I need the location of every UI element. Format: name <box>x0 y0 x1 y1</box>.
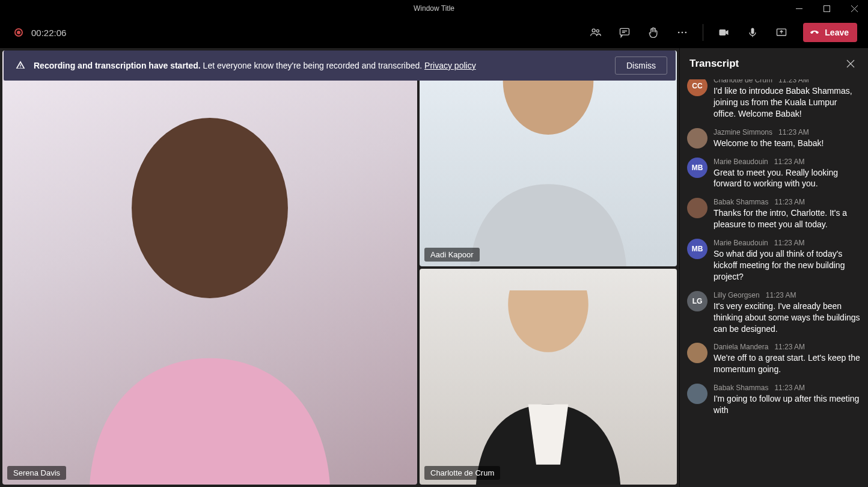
speaker-name: Babak Shammas <box>714 384 768 392</box>
transcript-text: Thanks for the intro, Charlotte. It's a … <box>714 207 861 230</box>
transcript-text: Great to meet you. Really looking forwar… <box>714 167 861 190</box>
transcript-text: It's very exciting. I've already been th… <box>714 301 861 335</box>
svg-point-12 <box>508 290 588 352</box>
window-title: Window Title <box>414 4 454 13</box>
avatar <box>687 384 708 404</box>
video-stage: Recording and transcription have started… <box>0 48 679 487</box>
svg-point-2 <box>597 29 599 32</box>
transcript-text: Welcome to the team, Babak! <box>714 138 861 149</box>
timestamp: 11:23 AM <box>774 239 805 247</box>
people-button[interactable] <box>582 19 609 46</box>
transcript-text: I'm going to follow up after this meetin… <box>714 393 861 416</box>
transcript-entry: MBMarie Beaudouin11:23 AMSo what did you… <box>687 239 861 283</box>
person-placeholder-icon <box>65 94 355 485</box>
transcript-entry: CCCharlotte de Crum11:23 AMI'd like to i… <box>687 79 861 120</box>
leave-label: Leave <box>825 28 849 37</box>
toolbar-divider <box>703 24 703 41</box>
recording-indicator: 00:22:06 <box>14 28 66 38</box>
speaker-name: Jazmine Simmons <box>714 128 772 136</box>
transcript-header: Transcript <box>680 48 868 79</box>
transcript-text: So what did you all think of today's kic… <box>714 248 861 283</box>
maximize-button[interactable] <box>813 0 840 17</box>
transcript-entry: LGLilly Georgsen11:23 AMIt's very exciti… <box>687 291 861 335</box>
banner-message: Recording and transcription have started… <box>34 61 476 70</box>
titlebar: Window Title <box>0 0 868 17</box>
person-placeholder-icon <box>448 290 649 485</box>
avatar: MB <box>687 239 708 259</box>
hangup-icon <box>809 27 820 38</box>
avatar <box>687 128 708 149</box>
timestamp: 11:23 AM <box>774 384 805 392</box>
svg-rect-0 <box>824 5 830 11</box>
transcript-list[interactable]: CCCharlotte de Crum11:23 AMI'd like to i… <box>680 79 868 487</box>
participant-name-tag: Serena Davis <box>7 466 66 480</box>
transcript-text: I'd like to introduce Babak Shammas, joi… <box>714 85 861 120</box>
camera-button[interactable] <box>711 19 737 46</box>
dismiss-button[interactable]: Dismiss <box>615 57 667 75</box>
video-tile-main[interactable]: Serena Davis <box>2 51 417 485</box>
avatar: CC <box>687 79 708 96</box>
video-tile-secondary[interactable]: Aadi Kapoor <box>420 51 677 266</box>
svg-point-1 <box>592 29 595 32</box>
mic-button[interactable] <box>739 19 766 46</box>
transcript-panel: Transcript CCCharlotte de Crum11:23 AMI'… <box>679 48 868 487</box>
avatar <box>687 343 708 363</box>
svg-rect-8 <box>751 28 754 34</box>
leave-button[interactable]: Leave <box>803 23 857 42</box>
svg-rect-3 <box>620 28 629 35</box>
avatar: LG <box>687 291 708 311</box>
speaker-name: Charlotte de Crum <box>714 79 772 84</box>
person-placeholder-icon <box>445 72 651 266</box>
participant-name-tag: Charlotte de Crum <box>424 466 500 480</box>
video-tile-secondary[interactable]: Charlotte de Crum <box>420 269 677 485</box>
svg-point-5 <box>682 32 683 34</box>
timestamp: 11:23 AM <box>774 198 805 206</box>
chat-button[interactable] <box>611 19 638 46</box>
more-actions-button[interactable] <box>669 19 695 46</box>
timestamp: 11:23 AM <box>778 79 809 84</box>
window-controls <box>785 0 868 17</box>
meeting-toolbar: 00:22:06 <box>0 17 868 48</box>
timestamp: 11:23 AM <box>778 128 809 136</box>
recording-banner: Recording and transcription have started… <box>4 51 676 81</box>
transcript-entry: Jazmine Simmons11:23 AMWelcome to the te… <box>687 128 861 149</box>
transcript-entry: Babak Shammas11:23 AMThanks for the intr… <box>687 198 861 230</box>
timestamp: 11:23 AM <box>766 291 796 299</box>
svg-point-6 <box>685 32 687 34</box>
participant-name-tag: Aadi Kapoor <box>424 248 480 262</box>
share-screen-button[interactable] <box>768 19 795 46</box>
record-icon <box>14 28 23 37</box>
speaker-name: Marie Beaudouin <box>714 239 768 247</box>
speaker-name: Marie Beaudouin <box>714 158 768 166</box>
recording-timer: 00:22:06 <box>31 28 66 38</box>
transcript-entry: Babak Shammas11:23 AMI'm going to follow… <box>687 384 861 416</box>
warning-icon <box>16 60 25 72</box>
avatar <box>687 198 708 218</box>
close-panel-button[interactable] <box>843 56 858 72</box>
speaker-name: Babak Shammas <box>714 198 768 206</box>
speaker-name: Lilly Georgsen <box>714 291 760 299</box>
transcript-title: Transcript <box>689 58 739 70</box>
transcript-entry: MBMarie Beaudouin11:23 AMGreat to meet y… <box>687 158 861 190</box>
svg-point-4 <box>678 32 680 34</box>
privacy-policy-link[interactable]: Privacy policy <box>424 61 476 70</box>
minimize-button[interactable] <box>785 0 813 17</box>
svg-point-11 <box>503 72 594 135</box>
avatar: MB <box>687 158 708 178</box>
timestamp: 11:23 AM <box>774 158 805 166</box>
transcript-text: We're off to a great start. Let's keep t… <box>714 352 861 375</box>
speaker-name: Daniela Mandera <box>714 343 768 351</box>
transcript-entry: Daniela Mandera11:23 AMWe're off to a gr… <box>687 343 861 375</box>
close-window-button[interactable] <box>840 0 868 17</box>
timestamp: 11:23 AM <box>774 343 805 351</box>
svg-rect-7 <box>720 29 726 35</box>
raise-hand-button[interactable] <box>640 19 667 46</box>
